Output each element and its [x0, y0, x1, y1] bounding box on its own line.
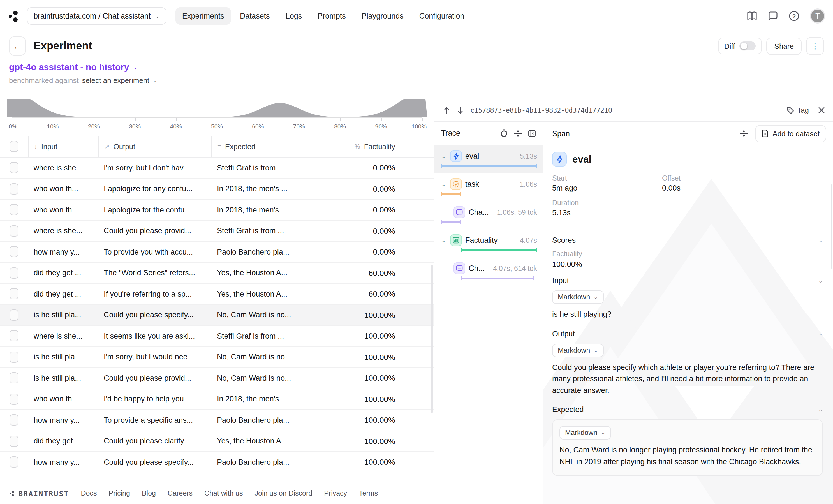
table-scrollbar[interactable]	[430, 265, 433, 413]
tab-prompts[interactable]: Prompts	[311, 7, 353, 25]
row-checkbox[interactable]	[9, 436, 19, 447]
collapse-panel-icon[interactable]	[528, 129, 536, 137]
trace-detail-pane: c1578873-e81b-4b11-9832-0d374d177210 Tag	[434, 99, 833, 504]
scores-section-header[interactable]: Scores ⌄	[552, 236, 823, 244]
row-checkbox[interactable]	[9, 373, 19, 384]
row-checkbox[interactable]	[9, 246, 19, 258]
footer-link-pricing[interactable]: Pricing	[109, 489, 130, 497]
row-checkbox[interactable]	[9, 309, 19, 321]
input-section-header[interactable]: Input ⌄	[552, 277, 823, 285]
trace-span-cha[interactable]: Cha...1.06s, 59 tok	[434, 201, 543, 229]
table-row[interactable]: where is she...Could you please provid..…	[0, 221, 434, 242]
prev-row-arrow-icon[interactable]	[444, 106, 450, 114]
feedback-chat-icon[interactable]	[768, 11, 778, 21]
footer-logo-icon	[9, 490, 15, 497]
table-row[interactable]: who won th...I'd be happy to help you ..…	[0, 389, 434, 410]
footer-link-privacy[interactable]: Privacy	[324, 489, 347, 497]
output-section-header[interactable]: Output ⌄	[552, 329, 823, 338]
experiment-selector[interactable]: gpt-4o assistant - no history ⌄	[0, 61, 833, 72]
span-timeline-bar	[441, 165, 537, 167]
more-options-button[interactable]: ⋮	[806, 37, 824, 55]
tab-experiments[interactable]: Experiments	[175, 7, 231, 25]
cell-expected: In 2018, the men's ...	[211, 206, 304, 214]
row-checkbox[interactable]	[9, 414, 19, 426]
diff-toggle[interactable]: Diff	[718, 38, 762, 54]
close-icon[interactable]	[818, 106, 825, 114]
offset-label: Offset	[662, 174, 823, 184]
trace-span-ch[interactable]: Ch...4.07s, 614 tok	[434, 257, 543, 285]
span-scrollbar[interactable]	[831, 185, 832, 268]
footer-link-docs[interactable]: Docs	[81, 489, 97, 497]
row-checkbox[interactable]	[9, 225, 19, 237]
column-header-input[interactable]: ↓Input	[28, 136, 98, 157]
select-all-checkbox[interactable]	[9, 141, 19, 152]
trace-span-task[interactable]: ⌄task1.06s	[434, 173, 543, 201]
row-checkbox[interactable]	[9, 393, 19, 405]
column-header-output[interactable]: ↗Output	[98, 136, 211, 157]
row-checkbox[interactable]	[9, 183, 19, 195]
row-checkbox[interactable]	[9, 288, 19, 299]
tab-logs[interactable]: Logs	[279, 7, 309, 25]
chevron-down-icon[interactable]: ⌄	[441, 153, 447, 159]
column-header-expected[interactable]: =Expected	[211, 136, 304, 157]
table-row[interactable]: how many y...To provide a specific ans..…	[0, 410, 434, 431]
table-row[interactable]: how many y...Could you please specify...…	[0, 452, 434, 473]
chat-icon	[453, 262, 465, 274]
row-checkbox[interactable]	[9, 457, 19, 468]
table-row[interactable]: where is she...It seems like you are ask…	[0, 326, 434, 347]
row-checkbox[interactable]	[9, 267, 19, 279]
table-row[interactable]: how many y...To provide you with accu...…	[0, 242, 434, 263]
table-row[interactable]: where is she...I'm sorry, but I don't ha…	[0, 158, 434, 178]
docs-book-icon[interactable]	[747, 11, 757, 21]
table-row[interactable]: did they get ...The "World Series" refer…	[0, 263, 434, 284]
row-checkbox[interactable]	[9, 331, 19, 342]
add-to-dataset-button[interactable]: Add to dataset	[755, 125, 826, 142]
next-row-arrow-icon[interactable]	[457, 106, 463, 114]
collapse-all-icon[interactable]	[514, 129, 522, 137]
input-format-dropdown[interactable]: Markdown ⌄	[552, 290, 604, 304]
table-row[interactable]: is he still pla...I'm sorry, but I would…	[0, 347, 434, 368]
table-row[interactable]: is he still pla...Could you please provi…	[0, 368, 434, 389]
expected-format-dropdown[interactable]: Markdown ⌄	[560, 426, 611, 439]
expected-section-header[interactable]: Expected ⌄	[552, 405, 823, 414]
table-row[interactable]: did they get ...Could you please clarify…	[0, 431, 434, 452]
timing-stopwatch-icon[interactable]	[500, 129, 508, 137]
table-row[interactable]: who won th...I apologize for any confu..…	[0, 178, 434, 199]
cell-output: Could you please provid...	[98, 227, 211, 235]
footer-link-careers[interactable]: Careers	[168, 489, 193, 497]
table-row[interactable]: is he still pla...Could you please speci…	[0, 305, 434, 326]
help-icon[interactable]: ?	[789, 11, 800, 21]
footer-link-blog[interactable]: Blog	[142, 489, 156, 497]
user-avatar[interactable]: T	[810, 8, 825, 24]
row-checkbox[interactable]	[9, 352, 19, 363]
footer-link-chat-with-us[interactable]: Chat with us	[204, 489, 243, 497]
footer-link-join-us-on-discord[interactable]: Join us on Discord	[255, 489, 312, 497]
table-row[interactable]: who won th...I apologize for the confu..…	[0, 199, 434, 221]
tab-playgrounds[interactable]: Playgrounds	[355, 7, 410, 25]
trace-span-factuality[interactable]: ⌄Factuality4.07s	[434, 229, 543, 257]
benchmark-select[interactable]: select an experiment ⌄	[82, 76, 158, 85]
collapse-sections-icon[interactable]	[740, 129, 748, 137]
lightning-icon	[450, 150, 462, 162]
row-checkbox[interactable]	[9, 162, 19, 173]
column-header-factuality[interactable]: %Factuality	[304, 136, 401, 157]
share-button[interactable]: Share	[767, 37, 802, 55]
diff-switch[interactable]	[740, 42, 756, 50]
output-text: Could you please specify which athlete o…	[552, 362, 816, 397]
tab-configuration[interactable]: Configuration	[412, 7, 471, 25]
trace-span-eval[interactable]: ⌄eval5.13s	[434, 145, 543, 173]
back-button[interactable]: ←	[9, 37, 26, 55]
footer-link-terms[interactable]: Terms	[359, 489, 378, 497]
chevron-down-icon[interactable]: ⌄	[441, 182, 447, 187]
scores-heading: Scores	[552, 236, 576, 244]
project-breadcrumb[interactable]: braintrustdata.com / Chat assistant ⌄	[27, 7, 166, 25]
chevron-down-icon[interactable]: ⌄	[441, 237, 447, 243]
results-pane: 0%10%20%30%40%50%60%70%80%90%100% ↓Input…	[0, 99, 434, 504]
table-row[interactable]: did they get ...If you're referring to a…	[0, 284, 434, 305]
cell-input: how many y...	[28, 458, 98, 466]
tab-datasets[interactable]: Datasets	[233, 7, 277, 25]
cell-input: where is she...	[28, 227, 98, 235]
output-format-dropdown[interactable]: Markdown ⌄	[552, 343, 604, 357]
row-checkbox[interactable]	[9, 205, 19, 216]
tag-button[interactable]: Tag	[786, 106, 809, 114]
